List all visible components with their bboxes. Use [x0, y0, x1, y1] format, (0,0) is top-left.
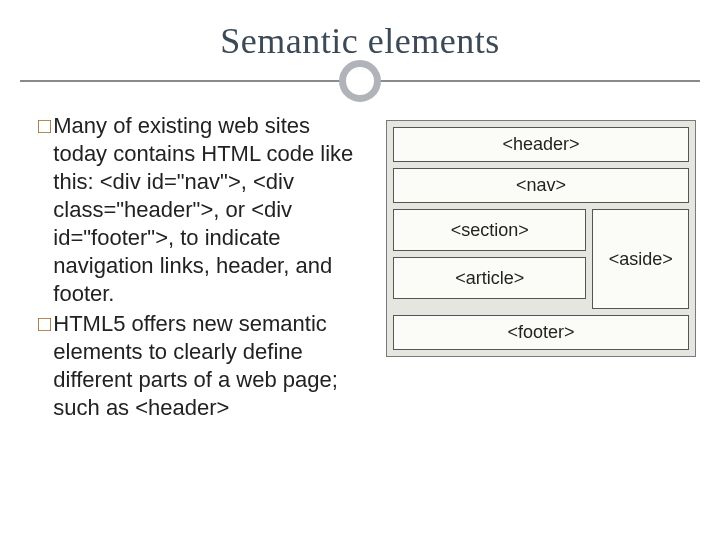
bullet-box-icon: □ — [38, 310, 51, 422]
diagram-column: <header> <nav> <section> <article> <asid… — [378, 112, 700, 520]
bullet-text: HTML5 offers new semantic elements to cl… — [53, 310, 368, 422]
diagram-footer-box: <footer> — [393, 315, 689, 350]
slide: Semantic elements □ Many of existing web… — [0, 0, 720, 540]
diagram-nav-box: <nav> — [393, 168, 689, 203]
text-column: □ Many of existing web sites today conta… — [38, 112, 378, 520]
diagram-section-box: <section> — [393, 209, 586, 251]
slide-title: Semantic elements — [0, 20, 720, 62]
content-area: □ Many of existing web sites today conta… — [38, 112, 700, 520]
bullet-text: Many of existing web sites today contain… — [53, 112, 368, 308]
diagram-aside-col: <aside> — [592, 209, 689, 309]
bullet-box-icon: □ — [38, 112, 51, 308]
title-area: Semantic elements — [0, 0, 720, 62]
diagram-header-box: <header> — [393, 127, 689, 162]
semantic-layout-diagram: <header> <nav> <section> <article> <asid… — [386, 120, 696, 357]
diagram-article-box: <article> — [393, 257, 586, 299]
diagram-aside-box: <aside> — [592, 209, 689, 309]
diagram-middle-row: <section> <article> <aside> — [393, 209, 689, 309]
circle-ornament-icon — [339, 60, 381, 102]
diagram-main-col: <section> <article> — [393, 209, 586, 309]
bullet-item: □ Many of existing web sites today conta… — [38, 112, 368, 308]
bullet-item: □ HTML5 offers new semantic elements to … — [38, 310, 368, 422]
